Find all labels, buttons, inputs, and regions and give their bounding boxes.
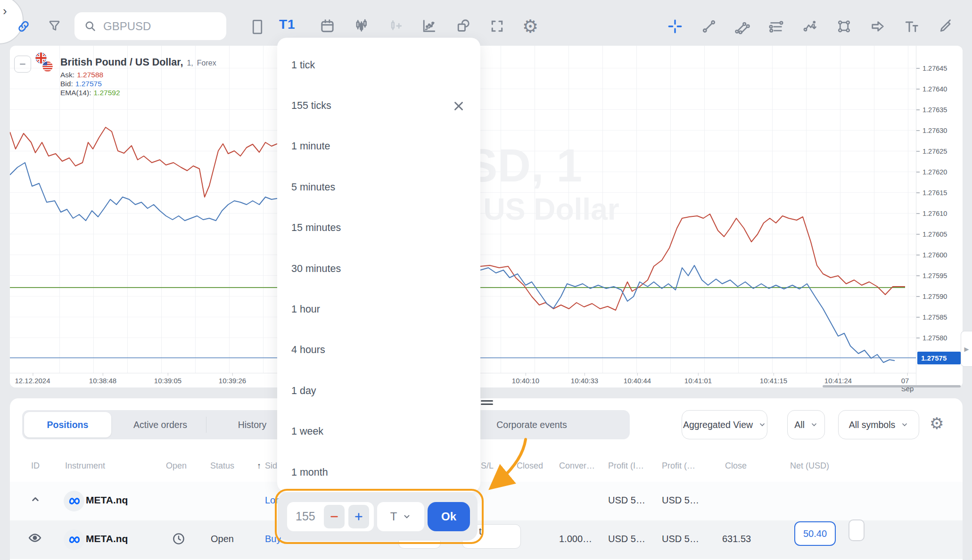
price-tick-label: 1.27620 bbox=[916, 162, 963, 182]
panel-drag-handle[interactable] bbox=[481, 400, 493, 407]
timeframe-option[interactable]: 155 ticks bbox=[277, 85, 480, 126]
candlestick-chart-icon[interactable] bbox=[353, 17, 370, 34]
timeframe-option[interactable]: 1 week bbox=[277, 412, 480, 452]
symbols-filter-dropdown[interactable]: All symbols bbox=[838, 410, 919, 439]
search-input[interactable] bbox=[102, 19, 208, 33]
column-header[interactable]: Profit (… bbox=[662, 461, 695, 471]
collapse-legend-button[interactable] bbox=[14, 56, 31, 73]
time-tick-label: 10:41:24 bbox=[824, 377, 852, 385]
trend-line-icon[interactable] bbox=[700, 18, 717, 35]
tick-mark bbox=[916, 338, 920, 338]
calendar-icon[interactable] bbox=[319, 17, 336, 34]
close-icon[interactable] bbox=[452, 99, 466, 113]
column-header[interactable]: Profit (I… bbox=[608, 461, 644, 471]
column-header[interactable]: Closed bbox=[517, 461, 543, 471]
scatter-chart-icon[interactable] bbox=[420, 17, 438, 34]
arrow-tool-icon[interactable] bbox=[869, 18, 886, 35]
tick-mark bbox=[916, 213, 920, 214]
timeframe-option[interactable]: 15 minutes bbox=[277, 208, 480, 248]
tick-mark bbox=[916, 317, 920, 318]
symbol-title[interactable]: British Pound / US Dollar, 1, Forex bbox=[60, 57, 216, 68]
instrument-logo bbox=[64, 529, 84, 550]
timeframe-option[interactable]: 1 month bbox=[277, 452, 480, 493]
rectangle-shape-icon[interactable] bbox=[835, 18, 853, 35]
horizontal-scrollbar[interactable] bbox=[823, 385, 961, 387]
collapse-row-chevron-up-icon[interactable] bbox=[29, 493, 41, 505]
interval-value[interactable]: 155 bbox=[296, 510, 320, 523]
side-filter-dropdown[interactable]: All bbox=[787, 410, 825, 439]
increment-button[interactable] bbox=[348, 505, 369, 528]
decrement-button[interactable] bbox=[324, 505, 345, 528]
meta-logo-icon bbox=[66, 494, 82, 509]
objects-tree-icon[interactable] bbox=[454, 17, 472, 34]
link-icon[interactable] bbox=[16, 19, 31, 34]
tab-corporate-events[interactable]: Corporate events bbox=[485, 410, 579, 439]
timeframe-option[interactable]: 30 minutes bbox=[277, 248, 480, 289]
net-profit-button[interactable]: 50.40 bbox=[794, 521, 836, 546]
time-tick-label: 12.12.2024 bbox=[15, 377, 50, 385]
profit-account: USD 5… bbox=[662, 495, 699, 506]
column-header[interactable]: Conver… bbox=[559, 461, 595, 471]
close-price: 631.53 bbox=[722, 534, 751, 544]
fullscreen-icon[interactable] bbox=[489, 18, 505, 34]
tick-mark bbox=[916, 275, 920, 276]
column-header[interactable]: S/L bbox=[481, 461, 494, 471]
chart-settings-gear-icon[interactable]: ⚙ bbox=[522, 16, 538, 37]
column-header[interactable]: Net (USD) bbox=[790, 461, 829, 471]
timeframe-option[interactable]: 1 tick bbox=[277, 45, 480, 85]
text-tool-icon[interactable] bbox=[903, 18, 920, 35]
column-header[interactable]: Open bbox=[166, 461, 187, 471]
search-icon bbox=[84, 20, 97, 33]
annotation-icon[interactable] bbox=[802, 18, 819, 35]
timeframe-option[interactable]: 1 minute bbox=[277, 126, 480, 167]
timeframe-option[interactable]: 5 minutes bbox=[277, 167, 480, 207]
timeframe-options: 1 tick 155 ticks 1 minute 5 minutes 15 m… bbox=[277, 45, 480, 493]
parallel-channel-icon[interactable] bbox=[734, 18, 751, 35]
tab-positions[interactable]: Positions bbox=[24, 412, 111, 437]
price-tick-label: 1.27600 bbox=[916, 245, 963, 265]
ok-button[interactable]: Ok bbox=[428, 502, 470, 531]
price-tick-label: 1.27590 bbox=[916, 286, 963, 307]
chevron-down-icon bbox=[758, 421, 766, 428]
horizontal-levels-icon[interactable] bbox=[767, 18, 785, 35]
eye-icon[interactable] bbox=[27, 531, 42, 545]
price-tick-label: 1.27640 bbox=[916, 79, 963, 99]
column-header[interactable]: ↑ bbox=[257, 461, 261, 471]
timeframe-option[interactable]: 1 day bbox=[277, 371, 480, 411]
tick-mark bbox=[916, 68, 920, 69]
brush-tool-icon[interactable] bbox=[937, 18, 954, 35]
column-header[interactable]: Close bbox=[725, 461, 747, 471]
timeframe-button[interactable]: T1 bbox=[279, 17, 296, 32]
instrument-name: META.nq bbox=[86, 533, 128, 544]
tick-mark bbox=[916, 296, 920, 297]
tick-mark bbox=[916, 192, 920, 193]
interval-unit-select[interactable]: T bbox=[377, 502, 424, 531]
bid-value: 1.27575 bbox=[75, 80, 102, 88]
tick-mark bbox=[916, 109, 920, 110]
timeframe-option[interactable]: 1 hour bbox=[277, 289, 480, 329]
conversion-rate: 1.000… bbox=[559, 534, 592, 544]
time-tick-label: 10:40:33 bbox=[571, 377, 598, 385]
row-checkbox[interactable] bbox=[848, 519, 865, 541]
interval-value-box[interactable]: 155 bbox=[287, 502, 374, 531]
filter-icon[interactable] bbox=[47, 18, 62, 34]
time-tick-label: 10:41:15 bbox=[760, 377, 787, 385]
symbol-search[interactable] bbox=[74, 12, 226, 40]
tick-mark bbox=[916, 89, 920, 90]
crosshair-icon[interactable] bbox=[667, 18, 684, 35]
tab-active-orders[interactable]: Active orders bbox=[118, 410, 203, 439]
clock-icon bbox=[172, 532, 186, 546]
column-header[interactable]: ID bbox=[31, 461, 40, 471]
right-panel-expand-handle[interactable]: ▶ bbox=[961, 331, 972, 367]
column-header[interactable]: Status bbox=[210, 461, 234, 471]
time-tick-label: 07 Sep bbox=[901, 377, 914, 393]
panel-settings-gear-icon[interactable]: ⚙ bbox=[930, 414, 944, 433]
price-tick-label: 1.27610 bbox=[916, 203, 963, 224]
aggregated-view-dropdown[interactable]: Aggregated View bbox=[682, 410, 767, 439]
chart-style-icon[interactable] bbox=[250, 18, 264, 36]
column-header[interactable]: Instrument bbox=[65, 461, 105, 471]
bid-quote: Bid:1.27575 bbox=[60, 80, 102, 88]
table-row[interactable] bbox=[10, 482, 963, 521]
timeframe-option[interactable]: 4 hours bbox=[277, 330, 480, 371]
price-tick-label: 1.27630 bbox=[916, 120, 963, 141]
